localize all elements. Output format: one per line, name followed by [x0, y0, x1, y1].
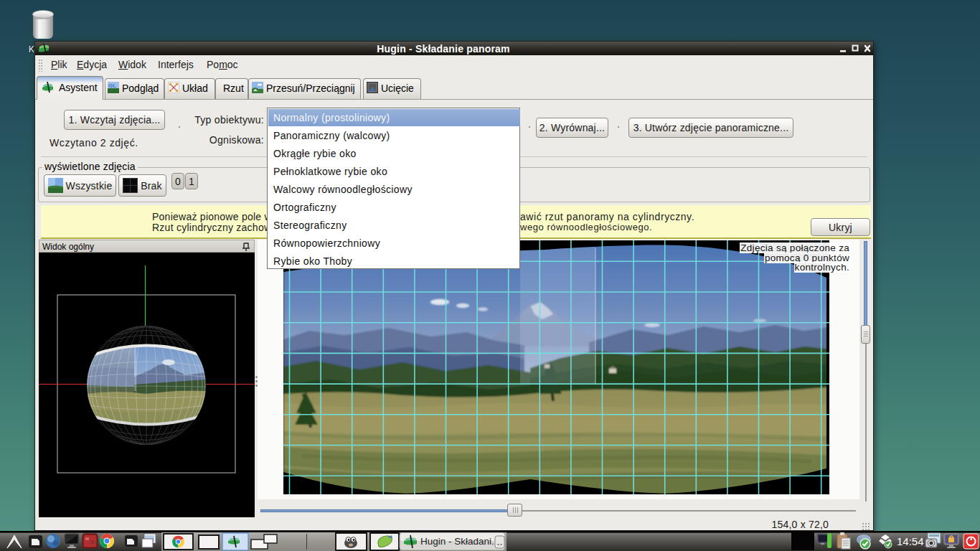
svg-text:14:54: 14:54 — [897, 535, 924, 547]
svg-text:Hugin - Składani...: Hugin - Składani... — [420, 536, 499, 547]
svg-text:GL: GL — [108, 83, 116, 89]
